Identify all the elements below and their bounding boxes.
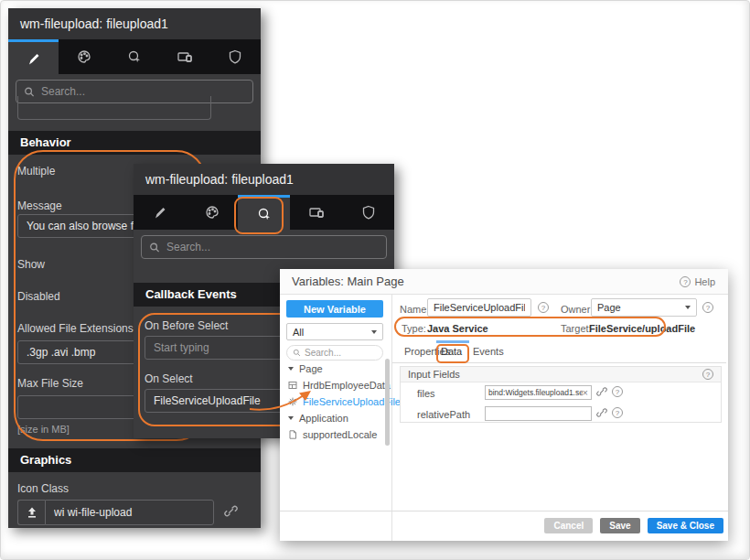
tree-group-application[interactable]: Application: [280, 410, 386, 426]
caret-down-icon: [288, 416, 294, 420]
behavior-section-header: Behavior: [8, 131, 261, 155]
devices-icon: [307, 204, 326, 221]
files-bind-link-icon[interactable]: [596, 386, 607, 399]
help-label: Help: [694, 276, 715, 287]
variable-search-input[interactable]: [305, 348, 377, 358]
scrolled-partial-input: [17, 96, 211, 120]
files-input-wrap[interactable]: [485, 385, 592, 400]
icon-class-label: Icon Class: [17, 482, 69, 495]
tab-styles[interactable]: [186, 195, 238, 230]
filter-value: All: [293, 327, 304, 338]
icon-class-row: [17, 500, 238, 525]
size-hint: [size in MB]: [17, 424, 70, 435]
tab-data[interactable]: Data: [441, 346, 462, 357]
tree-item-fileserviceuploadfile[interactable]: FileServiceUploadFile: [280, 393, 386, 410]
dialog-title: Variables: Main Page: [292, 269, 404, 295]
pencil-icon: [26, 50, 42, 67]
name-help-icon[interactable]: [538, 302, 549, 313]
dialog-footer: Cancel Save Save & Close: [544, 518, 723, 533]
type-value: Java Service: [427, 323, 488, 334]
tab-security[interactable]: [342, 195, 394, 230]
active-tab-indicator: [436, 340, 469, 343]
palette-icon: [76, 48, 92, 65]
tab-events[interactable]: [238, 195, 290, 230]
variable-detail-pane: Name:* Owner:* Page Type: Java Service T…: [392, 295, 728, 541]
target-label: Target:: [561, 323, 592, 334]
panel-title: wm-fileupload: fileupload1: [8, 8, 261, 39]
owner-help-icon[interactable]: [702, 302, 713, 313]
shield-icon: [360, 204, 377, 221]
variable-search-box[interactable]: [286, 345, 383, 361]
target-value: FileService/uploadFile: [589, 323, 695, 334]
variable-filter-select[interactable]: All: [286, 323, 383, 340]
bind-link-icon[interactable]: [224, 504, 238, 522]
tree-group-page[interactable]: Page: [280, 361, 386, 377]
relativepath-bind-link-icon[interactable]: [596, 407, 607, 420]
graphics-section-header: Graphics: [8, 448, 261, 472]
relativepath-input-wrap[interactable]: [485, 406, 592, 421]
tree-item-supportedlocale[interactable]: supportedLocale: [280, 426, 386, 443]
variables-tree: Page HrdbEmployeeData FileServiceUploadF…: [280, 361, 386, 443]
search-icon: [293, 349, 301, 357]
search-input[interactable]: [166, 241, 379, 253]
caret-down-icon: [288, 367, 294, 371]
multiple-label: Multiple: [17, 165, 55, 178]
relativepath-label: relativePath: [417, 409, 470, 420]
search-icon: [149, 242, 160, 253]
caret-down-icon: [371, 330, 377, 334]
tab-events[interactable]: Events: [473, 346, 504, 357]
relativepath-input[interactable]: [488, 409, 588, 418]
save-close-button[interactable]: Save & Close: [648, 518, 723, 533]
message-label: Message: [17, 199, 62, 212]
variables-sidebar: New Variable All Page HrdbEmployeeData: [280, 295, 392, 541]
input-fields-section: Input Fields files relativePath: [400, 366, 722, 423]
table-icon: [288, 381, 297, 390]
tab-events[interactable]: [109, 39, 159, 74]
input-fields-title: Input Fields: [408, 369, 460, 380]
sidebar-scrollbar[interactable]: [385, 359, 390, 446]
files-input[interactable]: [488, 388, 583, 397]
devices-icon: [176, 48, 194, 65]
clear-icon[interactable]: [583, 388, 588, 398]
panel-tabstrip: [8, 39, 261, 74]
icon-class-input[interactable]: [45, 500, 214, 525]
owner-value: Page: [597, 302, 621, 313]
caret-down-icon: [685, 306, 691, 309]
service-icon: [288, 397, 297, 406]
tab-devices[interactable]: [290, 195, 342, 230]
help-circle-icon: [680, 276, 691, 287]
search-box[interactable]: [141, 235, 387, 259]
tree-label: HrdbEmployeeData: [303, 380, 391, 391]
panel-tabstrip: [134, 195, 394, 230]
tab-devices[interactable]: [160, 39, 210, 74]
footer-divider: [280, 511, 728, 512]
input-fields-help-icon[interactable]: [702, 369, 713, 380]
relativepath-help-icon[interactable]: [612, 407, 623, 418]
save-button[interactable]: Save: [600, 518, 639, 533]
shield-icon: [227, 48, 243, 65]
allowed-extensions-label: Allowed File Extensions: [17, 322, 134, 335]
tabs-divider: [392, 362, 726, 363]
help-link[interactable]: Help: [680, 269, 715, 295]
palette-icon: [204, 204, 220, 221]
upload-icon-box: [17, 500, 45, 525]
tab-security[interactable]: [210, 39, 261, 74]
name-input[interactable]: [427, 298, 531, 317]
tree-label: supportedLocale: [303, 429, 377, 440]
on-select-label: On Select: [145, 372, 193, 385]
dialog-header: Variables: Main Page Help: [280, 269, 728, 295]
tree-item-hrdbemployeedata[interactable]: HrdbEmployeeData: [280, 377, 386, 393]
files-help-icon[interactable]: [612, 386, 623, 397]
pencil-icon: [152, 204, 168, 221]
events-icon: [256, 206, 273, 222]
tab-markup[interactable]: [8, 39, 59, 74]
page-icon: [288, 430, 297, 439]
tab-styles[interactable]: [59, 39, 109, 74]
tree-label: Page: [299, 363, 323, 374]
new-variable-button[interactable]: New Variable: [286, 300, 383, 318]
on-before-select-label: On Before Select: [145, 319, 228, 332]
variables-dialog: Variables: Main Page Help New Variable A…: [280, 269, 728, 541]
cancel-button[interactable]: Cancel: [544, 518, 593, 533]
owner-select[interactable]: Page: [591, 298, 697, 317]
tab-markup[interactable]: [134, 195, 186, 230]
